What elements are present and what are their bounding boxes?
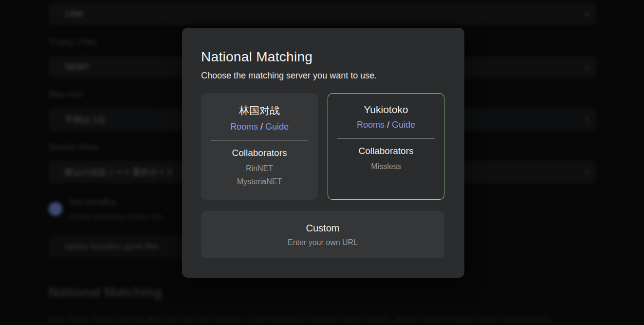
page: LINK ▾ Trophy (Title) NEW!! ▾ Map Icon 不… [0, 0, 644, 325]
divider [211, 140, 308, 141]
server-card-yukiotoko[interactable]: Yukiotoko Rooms/Guide Collaborators Miss… [328, 93, 444, 200]
national-matching-dialog: National Matching Choose the matching se… [182, 28, 464, 278]
rooms-link[interactable]: Rooms [230, 122, 258, 132]
collaborator-name: MysteriaNET [201, 175, 318, 188]
custom-title: Custom [306, 223, 340, 234]
guide-link[interactable]: Guide [265, 122, 289, 132]
collaborator-name: Missless [328, 160, 444, 173]
dialog-subtitle: Choose the matching server you want to u… [201, 71, 445, 81]
collaborator-name: RinNET [201, 162, 318, 175]
server-links: Rooms/Guide [201, 122, 318, 132]
link-separator: / [387, 120, 389, 130]
server-card-linguo[interactable]: 林国对战 Rooms/Guide Collaborators RinNET My… [201, 93, 318, 200]
link-separator: / [260, 122, 263, 132]
collaborators-title: Collaborators [201, 148, 318, 158]
guide-link[interactable]: Guide [392, 120, 415, 130]
divider [337, 138, 435, 139]
server-name: Yukiotoko [328, 104, 444, 115]
custom-server-card[interactable]: Custom Enter your own URL [201, 211, 444, 258]
server-options-row: 林国对战 Rooms/Guide Collaborators RinNET My… [201, 93, 445, 200]
collaborators-title: Collaborators [328, 146, 444, 156]
rooms-link[interactable]: Rooms [357, 120, 385, 130]
server-links: Rooms/Guide [328, 120, 444, 130]
dialog-title: National Matching [201, 49, 445, 65]
server-name: 林国对战 [201, 104, 318, 117]
custom-subtitle: Enter your own URL [288, 238, 358, 247]
